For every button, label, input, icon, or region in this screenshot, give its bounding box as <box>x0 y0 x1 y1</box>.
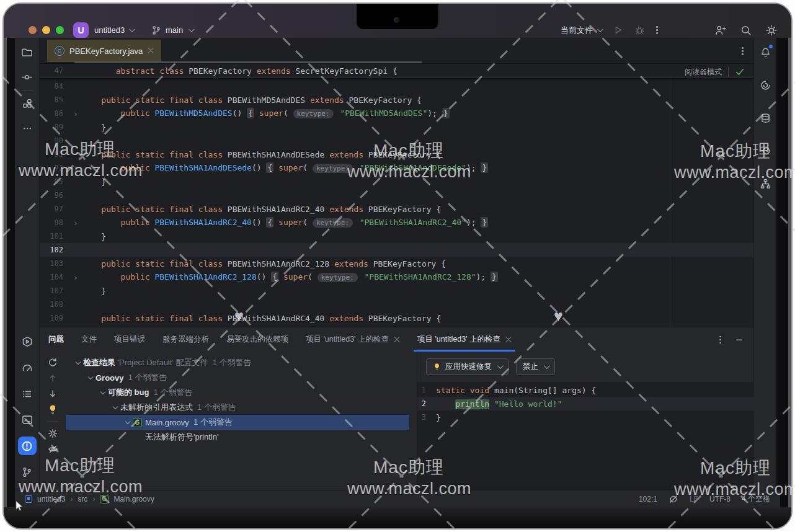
tree-row[interactable]: 可能的 bug 1 个弱警告 <box>66 385 409 400</box>
code-line[interactable]: 102 <box>40 243 753 257</box>
reader-mode-widget[interactable]: 阅读器模式 <box>685 65 745 79</box>
tree-chevron-icon[interactable] <box>73 362 83 364</box>
code-editor[interactable]: 47 abstract class PBEKeyFactory extends … <box>40 64 753 327</box>
code-line[interactable]: 92› public PBEWithSHA1AndDESede() { supe… <box>40 161 753 175</box>
code-line[interactable]: 3} <box>417 410 754 424</box>
fold-arrow-icon[interactable]: › <box>69 109 82 118</box>
tab-close-icon[interactable] <box>505 337 512 343</box>
rerun-inspection-icon[interactable] <box>48 358 58 368</box>
tab-project-errors[interactable]: 项目错误 <box>114 327 145 352</box>
code-line[interactable]: 91 public static final class PBEWithSHA1… <box>40 148 753 161</box>
suppress-button[interactable]: 禁止 <box>516 358 555 375</box>
tab-vulnerable-dependencies[interactable]: 易受攻击的依赖项 <box>226 327 288 352</box>
code-line[interactable]: 47 abstract class PBEKeyFactory extends … <box>40 64 753 78</box>
tree-row[interactable]: 检查结果 'Project Default' 配置文件 1 个弱警告 <box>66 355 409 370</box>
breadcrumb-project[interactable]: untitled3 <box>37 495 65 503</box>
tab-inspection-result-2[interactable]: 项目 'untitled3' 上的检查 <box>417 327 512 352</box>
tree-row[interactable]: 无法解析符号'println' <box>66 430 409 445</box>
code-line[interactable]: 1static void main(String[] args) { <box>417 383 754 397</box>
search-everywhere-icon[interactable] <box>740 25 752 36</box>
window-close-button[interactable] <box>29 26 37 34</box>
tree-row[interactable]: GMain.groovy 1 个弱警告 <box>66 415 409 430</box>
line-separator[interactable]: LF <box>690 495 698 503</box>
code-line[interactable]: 97 public static final class PBEWithSHA1… <box>40 202 753 216</box>
collaborate-add-user-icon[interactable] <box>715 25 726 36</box>
inspections-ok-check-icon[interactable] <box>735 67 745 77</box>
code-line[interactable]: 96 <box>40 188 753 202</box>
indent-style[interactable]: 4 个空格 <box>742 494 770 504</box>
code-line[interactable]: 85 public static final class PBEWithMD5A… <box>40 93 753 107</box>
editor-tab-active[interactable]: C PBEKeyFactory.java <box>47 40 161 62</box>
code-line[interactable]: 90 <box>40 134 753 148</box>
code-line[interactable]: 101 } <box>40 229 753 243</box>
database-icon[interactable] <box>756 109 775 127</box>
tab-files[interactable]: 文件 <box>81 327 97 352</box>
tree-chevron-icon[interactable] <box>86 377 95 379</box>
profiler-icon[interactable] <box>18 358 37 377</box>
minimize-tool-window-icon[interactable] <box>735 335 744 344</box>
gradle-icon[interactable] <box>756 141 775 160</box>
version-control-icon[interactable] <box>18 463 37 481</box>
tree-row[interactable]: 未解析的引用表达式 1 个弱警告 <box>66 400 409 415</box>
previous-problem-icon[interactable] <box>48 373 58 383</box>
caret-position[interactable]: 102:1 <box>639 495 657 503</box>
debug-bug-icon[interactable] <box>634 25 645 35</box>
project-badge[interactable]: U <box>73 22 89 38</box>
quickfix-bulb-icon[interactable] <box>48 404 58 414</box>
fold-arrow-icon[interactable]: › <box>69 164 82 173</box>
terminal-icon[interactable] <box>18 410 37 429</box>
tab-close-icon[interactable] <box>148 48 154 54</box>
tree-chevron-icon[interactable] <box>123 422 133 423</box>
sticky-header-line[interactable]: 47 abstract class PBEKeyFactory extends … <box>40 64 753 78</box>
breadcrumb-file[interactable]: Main.groovy <box>113 495 154 503</box>
ai-assistant-icon[interactable] <box>756 76 775 94</box>
tool-window-title[interactable]: 问题 <box>48 327 64 352</box>
tab-inspection-result-1[interactable]: 项目 'untitled3' 上的检查 <box>306 327 400 352</box>
more-tool-windows-icon[interactable] <box>18 119 37 138</box>
tree-chevron-icon[interactable] <box>98 392 108 394</box>
file-encoding[interactable]: UTF-8 <box>709 495 731 503</box>
code-line[interactable]: 107 } <box>40 284 753 298</box>
services-icon[interactable] <box>18 332 37 351</box>
notifications-bell-icon[interactable] <box>756 43 775 61</box>
fold-arrow-icon[interactable]: › <box>69 218 82 228</box>
inspection-settings-gear-icon[interactable] <box>48 428 58 438</box>
code-line[interactable]: 86› public PBEWithMD5AndDES() { super( k… <box>40 107 753 120</box>
settings-gear-icon[interactable] <box>766 25 777 36</box>
structure-icon[interactable] <box>18 94 37 113</box>
tab-close-icon[interactable] <box>394 337 400 343</box>
commit-icon[interactable] <box>18 68 37 86</box>
code-line[interactable]: 98› public PBEWithSHA1AndRC2_40() { supe… <box>40 216 753 229</box>
highlighting-level-icon[interactable] <box>668 494 678 504</box>
window-minimize-button[interactable] <box>42 26 50 34</box>
code-line[interactable]: 109 public static final class PBEWithSHA… <box>40 311 753 325</box>
fold-arrow-icon[interactable]: › <box>69 273 82 282</box>
apply-quickfix-button[interactable]: 应用快速修复 <box>426 358 509 375</box>
code-line[interactable]: 108 <box>40 298 753 311</box>
code-line[interactable]: 84 <box>40 79 753 93</box>
branch-selector[interactable]: main <box>151 22 193 38</box>
tool-window-options-kebab-icon[interactable] <box>719 336 721 344</box>
dependencies-hierarchy-icon[interactable] <box>756 174 775 193</box>
tree-row[interactable]: Groovy 1 个弱警告 <box>66 370 409 385</box>
code-line[interactable]: 104› public PBEWithSHA1AndRC2_128() { su… <box>40 270 753 284</box>
todo-list-icon[interactable] <box>18 384 37 403</box>
next-problem-icon[interactable] <box>48 389 58 399</box>
code-line[interactable]: 95 } <box>40 175 753 188</box>
run-configuration-selector[interactable]: 当前文件 <box>561 25 602 36</box>
run-icon[interactable] <box>613 25 623 35</box>
window-zoom-button[interactable] <box>56 26 64 34</box>
problems-icon[interactable] <box>18 437 37 455</box>
horizontal-scroll-indicator[interactable] <box>74 61 422 63</box>
code-line[interactable]: 2 println "Hello world!" <box>417 397 754 410</box>
editor-options-kebab-icon[interactable] <box>742 47 744 55</box>
tree-chevron-icon[interactable] <box>110 407 120 409</box>
tab-server-side-analysis[interactable]: 服务器端分析 <box>162 327 209 352</box>
preview-code-editor[interactable]: 1static void main(String[] args) {2 prin… <box>417 382 754 490</box>
code-line[interactable]: 103 public static final class PBEWithSHA… <box>40 257 753 270</box>
code-line[interactable]: 89 } <box>40 120 753 134</box>
breadcrumb-src[interactable]: src <box>78 495 87 503</box>
preview-eye-icon[interactable] <box>48 444 58 454</box>
project-selector[interactable]: untitled3 <box>94 22 133 38</box>
more-actions-icon[interactable] <box>656 26 658 34</box>
